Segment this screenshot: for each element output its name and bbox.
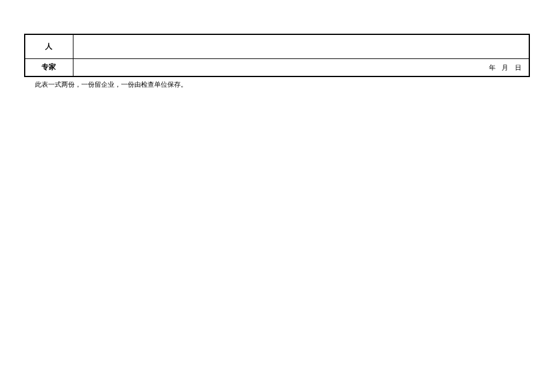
date-placeholder: 年 月 日	[489, 63, 524, 72]
table-row: 专家 年 月 日	[25, 58, 529, 76]
row-value-expert: 年 月 日	[73, 58, 529, 76]
row-value-person	[73, 34, 529, 58]
row-label-expert: 专家	[25, 58, 73, 76]
document-content: 人 专家 年 月 日 此表一式两份，一份留企业，一份由检查单位保存。	[24, 34, 530, 90]
footer-note: 此表一式两份，一份留企业，一份由检查单位保存。	[24, 79, 530, 90]
table-row: 人	[25, 34, 529, 58]
row-label-person: 人	[25, 34, 73, 58]
form-table: 人 专家 年 月 日	[24, 34, 530, 77]
